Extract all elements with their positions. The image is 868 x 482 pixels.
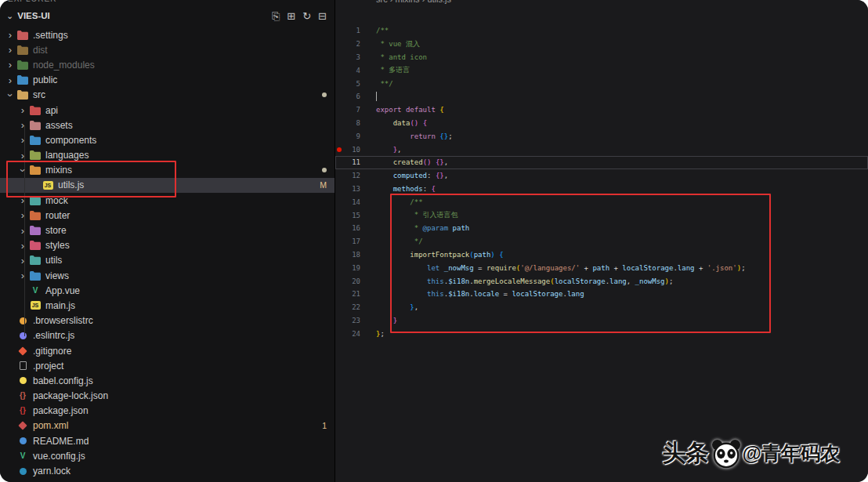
- line-number[interactable]: 5: [343, 80, 360, 88]
- tree-item-label: babel.config.js: [33, 375, 93, 386]
- tree-item-.settings[interactable]: ›.settings: [0, 27, 335, 42]
- line-number[interactable]: 24: [343, 330, 360, 338]
- line-number[interactable]: 13: [343, 185, 360, 193]
- line-content: created() {},: [376, 158, 448, 166]
- code-line-2: 2 * vue 混入: [335, 38, 868, 51]
- line-number[interactable]: 8: [343, 119, 360, 127]
- line-number[interactable]: 10: [343, 146, 360, 154]
- chevron-collapsed-icon: ›: [17, 270, 28, 281]
- tree-item-label: yarn.lock: [33, 466, 71, 477]
- code-line-10: 10 },: [335, 143, 868, 156]
- tree-item-styles[interactable]: ›styles: [0, 238, 335, 253]
- tree-item-languages[interactable]: ›languages: [0, 148, 335, 163]
- tree-item-App.vue[interactable]: VApp.vue: [0, 283, 335, 298]
- tree-item-dist[interactable]: ›dist: [0, 42, 335, 57]
- npm-icon: {}: [16, 407, 30, 415]
- line-number[interactable]: 17: [343, 237, 360, 245]
- line-number[interactable]: 19: [343, 264, 360, 272]
- tree-item-pom.xml[interactable]: pom.xml1: [0, 419, 335, 433]
- tree-item-label: components: [45, 135, 96, 146]
- tree-item-main.js[interactable]: JSmain.js: [0, 298, 335, 313]
- tree-item-router[interactable]: ›router: [0, 208, 335, 223]
- tree-item-public[interactable]: ›public: [0, 73, 335, 88]
- tree-item-node_modules[interactable]: ›node_modules: [0, 57, 335, 72]
- line-number[interactable]: 6: [343, 92, 360, 100]
- code-area: 1/**2 * vue 混入3 * antd icon4 * 多语言5 **/6…: [335, 6, 868, 340]
- line-number[interactable]: 20: [343, 277, 360, 285]
- tree-item-package.json[interactable]: {}package.json: [0, 404, 335, 419]
- tree-item-yarn.lock[interactable]: yarn.lock: [0, 463, 335, 478]
- line-number[interactable]: 1: [343, 27, 360, 34]
- line-number[interactable]: 18: [343, 251, 360, 259]
- tree-item-assets[interactable]: ›assets: [0, 118, 335, 132]
- git-status-badge: 1: [322, 422, 327, 430]
- tree-item-src[interactable]: ›src: [0, 88, 335, 103]
- tree-item-mock[interactable]: ›mock: [0, 193, 335, 208]
- line-number[interactable]: 11: [343, 158, 360, 166]
- tree-item-.gitignore[interactable]: .gitignore: [0, 343, 335, 358]
- line-number[interactable]: 4: [343, 67, 360, 74]
- folder-icon: [28, 196, 42, 205]
- page: EXPLORER ⌄ VIES-UI ⎘⊞↻⊟ ›.settings›dist›…: [0, 0, 868, 482]
- code-line-12: 12 computed: {},: [335, 169, 868, 183]
- tree-item-vue.config.js[interactable]: Vvue.config.js: [0, 448, 335, 463]
- line-number[interactable]: 3: [343, 53, 360, 61]
- tree-item-mixins[interactable]: ›mixins: [0, 163, 335, 178]
- line-number[interactable]: 22: [343, 303, 360, 311]
- line-number[interactable]: 2: [343, 40, 360, 48]
- project-section-header[interactable]: ⌄ VIES-UI ⎘⊞↻⊟: [0, 6, 335, 25]
- tree-item-.eslintrc.js[interactable]: .eslintrc.js: [0, 328, 335, 343]
- folder-icon: [16, 90, 30, 100]
- chevron-collapsed-icon: ›: [17, 255, 28, 266]
- refresh-icon[interactable]: ↻: [302, 11, 311, 21]
- tree-item-store[interactable]: ›store: [0, 223, 335, 237]
- tree-item-components[interactable]: ›components: [0, 132, 335, 147]
- collapse-all-icon[interactable]: ⊟: [318, 11, 327, 21]
- tree-item-package-lock.json[interactable]: {}package-lock.json: [0, 389, 335, 404]
- code-line-4: 4 * 多语言: [335, 63, 868, 77]
- file-tree: ›.settings›dist›node_modules›public›src›…: [0, 25, 335, 479]
- code-line-7: 7export default {: [335, 103, 868, 117]
- line-number[interactable]: 9: [343, 132, 360, 140]
- tree-item-.project[interactable]: .project: [0, 358, 335, 373]
- chevron-expanded-icon: ›: [5, 89, 16, 100]
- chevron-down-icon: ⌄: [6, 11, 13, 21]
- new-file-icon[interactable]: ⎘: [272, 11, 280, 21]
- line-number[interactable]: 15: [343, 212, 360, 219]
- code-line-22: 22 },: [335, 301, 868, 314]
- explorer-sidebar: EXPLORER ⌄ VIES-UI ⎘⊞↻⊟ ›.settings›dist›…: [0, 0, 335, 482]
- line-content: /**: [376, 198, 423, 206]
- line-content: },: [376, 303, 418, 311]
- vue-icon: V: [16, 452, 30, 460]
- tree-item-label: .project: [33, 361, 63, 371]
- tree-item-README.md[interactable]: README.md: [0, 433, 335, 448]
- folder-icon: [28, 150, 42, 160]
- line-number[interactable]: 12: [343, 172, 360, 179]
- folder-icon: [28, 241, 42, 250]
- tree-item-utils.js[interactable]: JSutils.jsM: [0, 178, 335, 193]
- line-number[interactable]: 14: [343, 198, 360, 206]
- tree-item-label: mixins: [45, 165, 72, 176]
- chevron-collapsed-icon: ›: [5, 75, 16, 85]
- line-number[interactable]: 7: [343, 106, 360, 114]
- tree-item-label: router: [45, 210, 70, 221]
- line-number[interactable]: 16: [343, 224, 360, 232]
- line-number[interactable]: 21: [343, 290, 360, 298]
- code-line-6: 6: [335, 90, 868, 103]
- project-name: VIES-UI: [17, 11, 50, 20]
- tree-item-label: pom.xml: [33, 420, 68, 431]
- tree-item-babel.config.js[interactable]: babel.config.js: [0, 373, 335, 388]
- tree-item-api[interactable]: ›api: [0, 103, 335, 118]
- tree-item-views[interactable]: ›views: [0, 268, 335, 283]
- new-folder-icon[interactable]: ⊞: [287, 11, 295, 21]
- tree-item-.browserslistrc[interactable]: .browserslistrc: [0, 313, 335, 328]
- babel-icon: [16, 377, 30, 384]
- chevron-collapsed-icon: ›: [17, 210, 28, 220]
- line-number[interactable]: 23: [343, 317, 360, 324]
- code-editor[interactable]: src › mixins › utils.js 1/**2 * vue 混入3 …: [335, 0, 868, 482]
- tree-item-label: styles: [45, 240, 70, 251]
- vue-icon: V: [28, 287, 42, 295]
- tree-item-utils[interactable]: ›utils: [0, 253, 335, 268]
- tree-item-label: package.json: [33, 405, 89, 416]
- folder-icon: [28, 106, 42, 115]
